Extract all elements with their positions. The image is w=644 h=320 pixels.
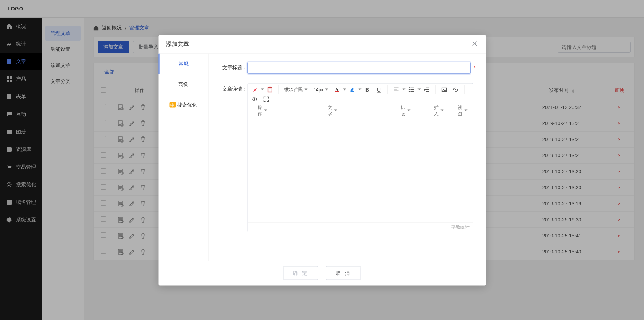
toolbar-group-layout[interactable]: 排版: [401, 104, 410, 117]
list-icon[interactable]: [407, 85, 416, 94]
dropdown-caret-icon[interactable]: [417, 89, 421, 91]
underline-icon[interactable]: U: [374, 85, 383, 94]
image-icon[interactable]: [439, 85, 448, 94]
toolbar-group-insert[interactable]: 插入: [434, 104, 443, 117]
modal-header: 添加文章: [158, 35, 486, 53]
word-count-button[interactable]: 字数统计: [248, 222, 473, 232]
outdent-icon[interactable]: [422, 85, 431, 94]
modal-title: 添加文章: [166, 40, 189, 47]
modal-tab-seo[interactable]: 中搜索优化: [158, 94, 208, 115]
cancel-button[interactable]: 取 消: [326, 266, 361, 280]
seo-badge: 中: [169, 102, 176, 107]
font-size-select[interactable]: 14px: [311, 86, 331, 93]
modal-tab-general[interactable]: 常规: [158, 53, 208, 74]
bold-icon[interactable]: B: [363, 85, 372, 94]
editor-canvas[interactable]: [248, 120, 473, 222]
svg-rect-26: [335, 91, 339, 92]
richtext-editor: 微软雅黑 14px: [247, 83, 473, 232]
title-label: 文章标题：: [218, 62, 247, 74]
toolbar-group-operation[interactable]: 操作: [258, 104, 267, 117]
dropdown-caret-icon[interactable]: [261, 89, 264, 91]
close-icon[interactable]: [471, 41, 478, 47]
article-title-input[interactable]: [247, 62, 471, 74]
confirm-button[interactable]: 确 定: [283, 266, 318, 280]
highlight-color-icon[interactable]: [347, 85, 357, 94]
dropdown-caret-icon[interactable]: [358, 89, 361, 91]
svg-rect-27: [350, 91, 354, 92]
source-code-icon[interactable]: [250, 95, 259, 103]
svg-point-29: [409, 89, 409, 90]
dropdown-caret-icon[interactable]: [343, 89, 346, 91]
font-color-icon[interactable]: [332, 85, 341, 94]
clear-format-icon[interactable]: [250, 85, 259, 94]
detail-label: 文章详情：: [218, 83, 247, 232]
toolbar-group-text[interactable]: 文字: [328, 104, 337, 117]
editor-toolbar: 微软雅黑 14px: [248, 83, 473, 120]
modal-tab-advanced[interactable]: 高级: [158, 74, 208, 94]
font-family-select[interactable]: 微软雅黑: [282, 85, 310, 94]
dropdown-caret-icon[interactable]: [402, 89, 405, 91]
modal-tabs: 常规 高级 中搜索优化: [158, 53, 208, 261]
svg-point-30: [409, 91, 409, 92]
fullscreen-icon[interactable]: [261, 95, 271, 103]
link-icon[interactable]: [451, 85, 460, 94]
svg-point-28: [409, 87, 409, 88]
align-icon[interactable]: [391, 85, 401, 94]
toolbar-group-view[interactable]: 视图: [458, 104, 467, 117]
paste-icon[interactable]: [265, 85, 274, 94]
required-mark: *: [474, 65, 476, 71]
add-article-modal: 添加文章 常规 高级 中搜索优化 文章标题： * 文章详情：: [158, 35, 486, 285]
